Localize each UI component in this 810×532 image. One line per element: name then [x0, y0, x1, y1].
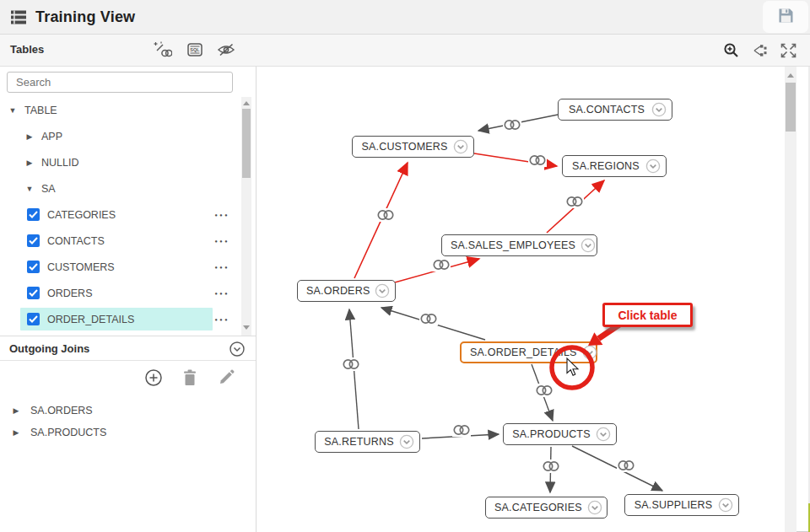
join-edge-order_details-to-orders: [381, 308, 485, 340]
collapse-twisty-icon[interactable]: ▼: [8, 106, 17, 115]
table-checkbox[interactable]: [27, 208, 40, 221]
join-cardinality-icon[interactable]: [419, 312, 438, 325]
join-cardinality-icon[interactable]: [565, 195, 584, 208]
outgoing-join-label: SA.ORDERS: [30, 405, 93, 416]
auto-layout-icon[interactable]: [752, 43, 769, 58]
join-cardinality-icon[interactable]: [617, 459, 635, 472]
tree-scrollbar[interactable]: [241, 97, 251, 336]
tree-item-table[interactable]: ▼TABLE: [0, 97, 241, 123]
click-table-callout: Click table: [602, 303, 693, 327]
tree-item-label: CATEGORIES: [47, 209, 116, 221]
search-input[interactable]: [7, 72, 233, 93]
join-cardinality-icon[interactable]: [432, 258, 451, 271]
table-node-customers[interactable]: SA.CUSTOMERS: [352, 136, 474, 158]
table-node-returns[interactable]: SA.RETURNS: [315, 431, 420, 453]
node-chevron-down-icon[interactable]: [596, 427, 611, 442]
outgoing-joins-title: Outgoing Joins: [9, 342, 89, 355]
fullscreen-icon[interactable]: [780, 43, 796, 58]
node-chevron-down-icon[interactable]: [375, 283, 390, 298]
join-cardinality-icon[interactable]: [342, 357, 360, 371]
node-chevron-down-icon[interactable]: [580, 238, 596, 253]
generate-joins-icon[interactable]: [152, 39, 174, 61]
join-cardinality-icon[interactable]: [452, 423, 471, 437]
join-cardinality-icon[interactable]: [503, 118, 521, 132]
join-edge-contacts-to-customers: [478, 115, 558, 131]
row-overflow-menu-icon[interactable]: ●●●: [215, 291, 230, 296]
tree-item-categories[interactable]: CATEGORIES●●●: [0, 202, 241, 228]
tables-tree: ▼TABLE▶APP▶NULLID▼SACATEGORIES●●●CONTACT…: [0, 97, 241, 336]
table-node-products[interactable]: SA.PRODUCTS: [503, 423, 617, 445]
table-node-label: SA.REGIONS: [571, 160, 640, 172]
tree-item-label: CONTACTS: [47, 235, 105, 247]
join-edge-sales_employees-to-regions: [547, 180, 604, 233]
scroll-up-arrow[interactable]: [243, 101, 250, 105]
tree-item-customers[interactable]: CUSTOMERS●●●: [0, 254, 241, 280]
join-edge-products-to-suppliers: [572, 446, 662, 491]
hide-icon[interactable]: [215, 39, 237, 61]
table-node-label: SA.CUSTOMERS: [361, 141, 448, 153]
expand-twisty-icon[interactable]: ▶: [12, 428, 20, 437]
collapse-twisty-icon[interactable]: ▼: [25, 185, 34, 193]
save-button[interactable]: [763, 1, 808, 33]
node-chevron-down-icon[interactable]: [651, 102, 667, 117]
table-checkbox[interactable]: [27, 287, 40, 299]
expand-twisty-icon[interactable]: ▶: [12, 406, 20, 415]
row-overflow-menu-icon[interactable]: ●●●: [215, 239, 230, 244]
table-checkbox[interactable]: [27, 313, 40, 325]
expand-twisty-icon[interactable]: ▶: [25, 132, 34, 141]
table-checkbox[interactable]: [27, 261, 40, 273]
panel-header-strip: [0, 34, 810, 67]
join-cardinality-icon[interactable]: [376, 208, 395, 222]
row-overflow-menu-icon[interactable]: ●●●: [215, 265, 230, 270]
node-chevron-down-icon[interactable]: [582, 345, 597, 360]
table-node-label: SA.SUPPLIERS: [634, 499, 713, 511]
delete-icon[interactable]: [181, 368, 198, 387]
outgoing-join-item-sa-products[interactable]: ▶SA.PRODUCTS: [0, 422, 256, 443]
table-node-label: SA.PRODUCTS: [512, 428, 591, 440]
tree-item-order_details[interactable]: ORDER_DETAILS●●●: [0, 306, 241, 332]
diagram-canvas[interactable]: SA.CONTACTSSA.CUSTOMERSSA.REGIONSSA.SALE…: [256, 67, 796, 532]
join-cardinality-icon[interactable]: [528, 153, 547, 167]
table-node-suppliers[interactable]: SA.SUPPLIERS: [624, 494, 739, 516]
tree-item-orders[interactable]: ORDERS●●●: [0, 280, 241, 306]
tree-scrollbar-thumb[interactable]: [242, 109, 251, 178]
node-chevron-down-icon[interactable]: [718, 497, 733, 513]
table-node-sales_employees[interactable]: SA.SALES_EMPLOYEES: [441, 234, 597, 256]
tree-item-sa[interactable]: ▼SA: [0, 175, 241, 202]
join-edge-orders-to-customers: [354, 163, 408, 278]
tree-item-nullid[interactable]: ▶NULLID: [0, 149, 241, 175]
canvas-scroll-up-arrow[interactable]: [787, 73, 794, 78]
sql-icon[interactable]: SQL: [184, 39, 206, 61]
scroll-down-arrow[interactable]: [243, 325, 250, 330]
outgoing-join-item-sa-orders[interactable]: ▶SA.ORDERS: [0, 400, 256, 422]
row-overflow-menu-icon[interactable]: ●●●: [215, 317, 230, 322]
node-chevron-down-icon[interactable]: [453, 139, 468, 154]
canvas-scrollbar[interactable]: [785, 67, 796, 532]
tables-panel: ▼TABLE▶APP▶NULLID▼SACATEGORIES●●●CONTACT…: [0, 67, 256, 532]
join-cardinality-icon[interactable]: [542, 459, 560, 473]
zoom-in-icon[interactable]: [723, 42, 740, 59]
table-node-contacts[interactable]: SA.CONTACTS: [558, 99, 672, 121]
expand-twisty-icon[interactable]: ▶: [25, 159, 34, 167]
save-icon: [778, 8, 794, 27]
node-chevron-down-icon[interactable]: [399, 434, 414, 449]
node-chevron-down-icon[interactable]: [587, 500, 602, 515]
table-node-order_details[interactable]: SA.ORDER_DETAILS: [460, 341, 597, 363]
add-icon[interactable]: [144, 368, 163, 387]
table-checkbox[interactable]: [27, 234, 40, 247]
row-overflow-menu-icon[interactable]: ●●●: [215, 212, 230, 218]
table-node-label: SA.SALES_EMPLOYEES: [451, 239, 575, 251]
node-chevron-down-icon[interactable]: [645, 159, 661, 174]
canvas-scrollbar-thumb[interactable]: [786, 83, 796, 132]
tree-item-app[interactable]: ▶APP: [0, 123, 241, 149]
join-edge-customers-to-regions: [474, 153, 557, 166]
collapse-section-icon[interactable]: [229, 341, 246, 357]
edit-icon[interactable]: [217, 368, 235, 387]
table-node-categories[interactable]: SA.CATEGORIES: [485, 497, 608, 519]
page-title: Training View: [35, 8, 135, 26]
table-node-regions[interactable]: SA.REGIONS: [562, 155, 667, 177]
table-node-orders[interactable]: SA.ORDERS: [297, 280, 396, 302]
table-node-label: SA.CONTACTS: [567, 104, 646, 116]
join-cardinality-icon[interactable]: [535, 384, 554, 397]
tree-item-contacts[interactable]: CONTACTS●●●: [0, 228, 241, 254]
